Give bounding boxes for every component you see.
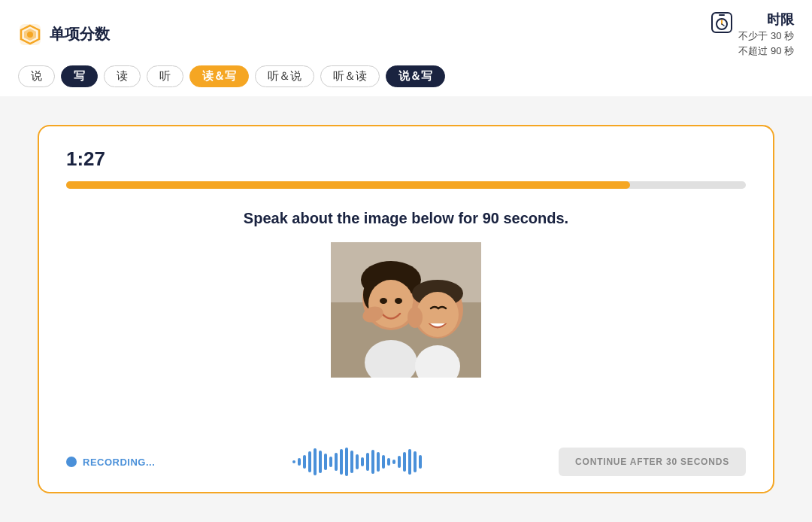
image-container	[66, 242, 746, 378]
app-title: 单项分数	[50, 24, 110, 44]
tab-shuo-xie[interactable]: 说＆写	[386, 65, 445, 87]
wave-bar	[361, 457, 364, 466]
wave-bar	[419, 455, 422, 469]
wave-bar	[292, 460, 295, 463]
nav-tabs: 说 写 读 听 读＆写 听＆说 听＆读 说＆写	[0, 65, 812, 96]
progress-bar-container	[66, 181, 746, 189]
time-limit-label: 时限	[738, 11, 794, 29]
wave-bar	[403, 452, 406, 472]
tab-du-xie[interactable]: 读＆写	[189, 65, 249, 87]
wave-bar	[308, 451, 311, 472]
svg-point-1	[27, 32, 33, 38]
header-right: 时限 不少于 30 秒 不超过 90 秒	[711, 11, 794, 58]
wave-bar	[392, 460, 395, 464]
wave-bar	[335, 453, 338, 471]
svg-point-19	[408, 307, 423, 328]
wave-bar	[345, 448, 348, 476]
wave-bar	[340, 449, 343, 475]
time-limit-min: 不少于 30 秒	[738, 29, 794, 44]
logo-icon	[18, 23, 42, 47]
wave-bar	[319, 451, 322, 473]
wave-bar	[382, 455, 385, 469]
wave-bar	[314, 448, 317, 475]
tab-shuo[interactable]: 说	[18, 65, 55, 87]
wave-bar	[414, 451, 417, 472]
question-card: 1:27 Speak about the image below for 90 …	[38, 125, 774, 493]
wave-bar	[398, 456, 401, 468]
wave-bar	[356, 454, 359, 469]
wave-bar	[298, 458, 301, 466]
wave-bar	[408, 449, 411, 475]
timer-icon	[711, 12, 732, 33]
time-limit-text: 时限 不少于 30 秒 不超过 90 秒	[738, 11, 794, 58]
tab-ting-du[interactable]: 听＆读	[320, 65, 380, 87]
svg-point-11	[380, 298, 387, 304]
tab-xie[interactable]: 写	[61, 65, 98, 87]
prompt-text: Speak about the image below for 90 secon…	[66, 210, 746, 227]
tab-du[interactable]: 读	[104, 65, 141, 87]
wave-bar	[371, 450, 374, 474]
waveform	[292, 447, 422, 477]
recording-dot	[66, 457, 77, 467]
svg-point-17	[417, 292, 459, 337]
bottom-bar: RECORDING...	[66, 447, 746, 492]
wave-bar	[350, 451, 353, 473]
timer-display: 1:27	[66, 147, 746, 171]
tab-ting-shuo[interactable]: 听＆说	[255, 65, 314, 87]
time-limit-max: 不超过 90 秒	[738, 44, 794, 59]
wave-bar	[377, 452, 380, 472]
children-photo	[331, 242, 481, 378]
progress-bar-fill	[66, 181, 630, 189]
recording-indicator: RECORDING...	[66, 457, 155, 468]
header-left: 单项分数	[18, 23, 110, 47]
wave-bar	[324, 454, 327, 470]
continue-button[interactable]: CONTINUE AFTER 30 SECONDS	[559, 448, 746, 476]
wave-bar	[303, 455, 306, 469]
wave-bar	[329, 457, 332, 467]
wave-bar	[366, 453, 369, 471]
wave-bar	[387, 458, 390, 466]
header: 单项分数 时限 不少于 30 秒 不超过 90 秒	[0, 0, 812, 65]
tab-ting[interactable]: 听	[147, 65, 183, 87]
svg-point-12	[395, 298, 402, 304]
recording-label: RECORDING...	[83, 457, 155, 468]
main-content: 1:27 Speak about the image below for 90 …	[0, 96, 812, 522]
